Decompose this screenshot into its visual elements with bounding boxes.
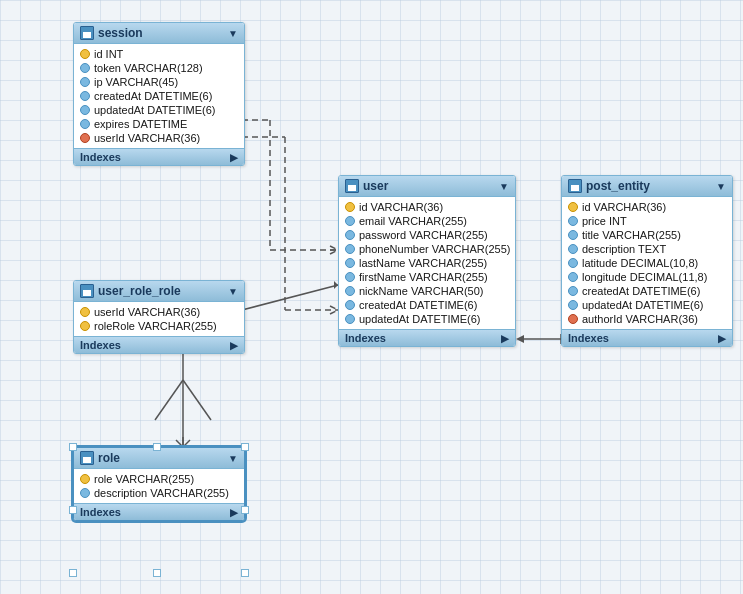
table-row: phoneNumber VARCHAR(255)	[339, 242, 515, 256]
session-dropdown-icon[interactable]: ▼	[228, 28, 238, 39]
resize-handle-br[interactable]	[241, 569, 249, 577]
field-icon	[568, 272, 578, 282]
svg-line-3	[330, 246, 338, 250]
role-indexes-footer[interactable]: Indexes ▶	[74, 503, 244, 520]
role-table-name: role	[98, 451, 120, 465]
table-row: updatedAt DATETIME(6)	[562, 298, 732, 312]
field-label: token VARCHAR(128)	[94, 62, 203, 74]
role-table-icon	[80, 451, 94, 465]
field-icon	[80, 91, 90, 101]
field-label: id VARCHAR(36)	[359, 201, 443, 213]
session-footer-arrow: ▶	[230, 152, 238, 163]
field-icon	[80, 119, 90, 129]
field-label: price INT	[582, 215, 627, 227]
field-icon	[345, 230, 355, 240]
user-footer-arrow: ▶	[501, 333, 509, 344]
resize-handle-tr[interactable]	[241, 443, 249, 451]
field-label: ip VARCHAR(45)	[94, 76, 178, 88]
session-table: session ▼ id INT token VARCHAR(128) ip V…	[73, 22, 245, 166]
table-row: id VARCHAR(36)	[562, 200, 732, 214]
field-label: updatedAt DATETIME(6)	[359, 313, 480, 325]
table-row: updatedAt DATETIME(6)	[339, 312, 515, 326]
post-entity-dropdown[interactable]: ▼	[716, 181, 726, 192]
post-entity-table-name: post_entity	[586, 179, 650, 193]
field-label: createdAt DATETIME(6)	[359, 299, 477, 311]
field-label: lastName VARCHAR(255)	[359, 257, 487, 269]
table-row: price INT	[562, 214, 732, 228]
svg-line-11	[330, 310, 338, 314]
session-table-header[interactable]: session ▼	[74, 23, 244, 44]
post-entity-indexes-footer[interactable]: Indexes ▶	[562, 329, 732, 346]
field-icon	[345, 244, 355, 254]
table-row: roleRole VARCHAR(255)	[74, 319, 244, 333]
field-icon	[345, 300, 355, 310]
field-label: createdAt DATETIME(6)	[582, 285, 700, 297]
role-table-body: role VARCHAR(255) description VARCHAR(25…	[74, 469, 244, 503]
field-icon	[80, 77, 90, 87]
session-indexes-footer[interactable]: Indexes ▶	[74, 148, 244, 165]
session-table-body: id INT token VARCHAR(128) ip VARCHAR(45)…	[74, 44, 244, 148]
user-role-role-dropdown[interactable]: ▼	[228, 286, 238, 297]
field-label: createdAt DATETIME(6)	[94, 90, 212, 102]
field-icon	[80, 488, 90, 498]
field-label: id VARCHAR(36)	[582, 201, 666, 213]
field-label: phoneNumber VARCHAR(255)	[359, 243, 510, 255]
field-icon	[345, 272, 355, 282]
resize-handle-bl[interactable]	[69, 569, 77, 577]
resize-handle-tl[interactable]	[69, 443, 77, 451]
table-row: token VARCHAR(128)	[74, 61, 244, 75]
field-icon	[345, 258, 355, 268]
svg-line-15	[176, 440, 183, 447]
table-row: role VARCHAR(255)	[74, 472, 244, 486]
user-role-role-indexes-footer[interactable]: Indexes ▶	[74, 336, 244, 353]
table-row: expires DATETIME	[74, 117, 244, 131]
table-row: createdAt DATETIME(6)	[339, 298, 515, 312]
role-dropdown[interactable]: ▼	[228, 453, 238, 464]
role-table-header[interactable]: role ▼	[74, 448, 244, 469]
resize-handle-tc[interactable]	[153, 443, 161, 451]
svg-line-4	[330, 250, 338, 254]
field-label: title VARCHAR(255)	[582, 229, 681, 241]
post-entity-table-body: id VARCHAR(36) price INT title VARCHAR(2…	[562, 197, 732, 329]
user-role-role-header[interactable]: user_role_role ▼	[74, 281, 244, 302]
resize-handle-bc[interactable]	[153, 569, 161, 577]
field-label: userId VARCHAR(36)	[94, 306, 200, 318]
table-row: ip VARCHAR(45)	[74, 75, 244, 89]
post-entity-table: post_entity ▼ id VARCHAR(36) price INT t…	[561, 175, 733, 347]
role-table: role ▼ role VARCHAR(255) description VAR…	[73, 447, 245, 521]
field-label: nickName VARCHAR(50)	[359, 285, 484, 297]
table-row: authorId VARCHAR(36)	[562, 312, 732, 326]
field-label: description TEXT	[582, 243, 666, 255]
field-icon	[568, 300, 578, 310]
post-entity-table-header[interactable]: post_entity ▼	[562, 176, 732, 197]
table-row: description TEXT	[562, 242, 732, 256]
table-row: longitude DECIMAL(11,8)	[562, 270, 732, 284]
pk-icon	[345, 202, 355, 212]
nn-icon	[568, 314, 578, 324]
resize-handle-ml[interactable]	[69, 506, 77, 514]
user-table: user ▼ id VARCHAR(36) email VARCHAR(255)…	[338, 175, 516, 347]
field-label: updatedAt DATETIME(6)	[94, 104, 215, 116]
table-row: email VARCHAR(255)	[339, 214, 515, 228]
field-label: latitude DECIMAL(10,8)	[582, 257, 698, 269]
table-row: createdAt DATETIME(6)	[562, 284, 732, 298]
user-table-header[interactable]: user ▼	[339, 176, 515, 197]
field-label: id INT	[94, 48, 123, 60]
table-row: updatedAt DATETIME(6)	[74, 103, 244, 117]
field-label: description VARCHAR(255)	[94, 487, 229, 499]
svg-line-10	[330, 306, 338, 310]
user-table-name: user	[363, 179, 388, 193]
user-role-role-table: user_role_role ▼ userId VARCHAR(36) role…	[73, 280, 245, 354]
pk-icon	[80, 49, 90, 59]
user-indexes-footer[interactable]: Indexes ▶	[339, 329, 515, 346]
table-row: title VARCHAR(255)	[562, 228, 732, 242]
svg-line-22	[242, 285, 338, 310]
field-label: role VARCHAR(255)	[94, 473, 194, 485]
field-icon	[568, 286, 578, 296]
svg-line-14	[183, 380, 211, 420]
resize-handle-mr[interactable]	[241, 506, 249, 514]
field-icon	[345, 216, 355, 226]
field-label: password VARCHAR(255)	[359, 229, 488, 241]
user-dropdown[interactable]: ▼	[499, 181, 509, 192]
table-row: createdAt DATETIME(6)	[74, 89, 244, 103]
